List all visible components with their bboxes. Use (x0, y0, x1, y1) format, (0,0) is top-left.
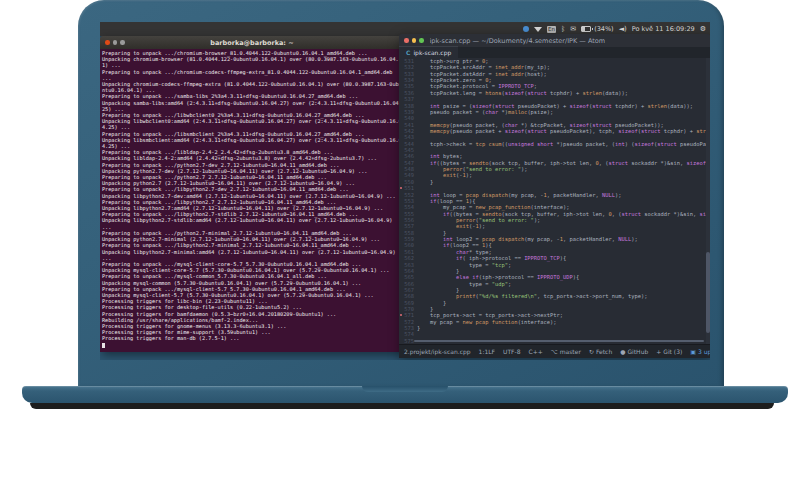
terminal-line: Unpacking libpython2.7-minimal:amd64 (2.… (102, 249, 403, 261)
file-path[interactable]: 2.projekt/ipk-scan.cpp (404, 348, 471, 355)
clock[interactable]: Po kvě 11 16:09:29 (632, 25, 695, 33)
terminal-prompt-line (102, 342, 403, 348)
cpp-file-icon: C (406, 49, 410, 56)
status-bar-left: 2.projekt/ipk-scan.cpp1:1 (404, 348, 488, 355)
error-marker-icon (400, 314, 402, 316)
terminal-line: Unpacking samba-libs:amd64 (2:4.3.11+dfs… (102, 100, 403, 112)
vertical-scrollbar-thumb[interactable] (706, 252, 710, 332)
wifi-icon[interactable] (534, 27, 542, 32)
keyboard-layout[interactable]: En (547, 26, 556, 33)
terminal-line: Unpacking libpython2.7-stdlib:amd64 (2.7… (102, 217, 403, 229)
laptop-lid-notch (362, 386, 448, 392)
status-bar-right: LFUTF-8C++⌥master↻Fetch●GitHub+Git (3)▣3… (488, 348, 710, 355)
file-path-label: 2.projekt/ipk-scan.cpp (404, 348, 471, 355)
git-fetch-label: Fetch (596, 348, 612, 355)
cursor-position[interactable]: 1:1 (479, 348, 489, 355)
terminal-line: Unpacking chromium-browser (81.0.4044.12… (102, 56, 403, 68)
terminal-line: Unpacking libsmbclient:amd64 (2:4.3.11+d… (102, 137, 403, 149)
terminal-body[interactable]: Preparing to unpack .../chromium-browser… (100, 49, 404, 352)
maximize-icon[interactable] (419, 38, 424, 43)
encoding-label: UTF-8 (503, 348, 521, 355)
battery-indicator[interactable]: (34%) (581, 25, 614, 33)
desktop: Enᛒ✉(34%)◄)Po kvě 11 16:09:29⚙ barborka@… (100, 22, 710, 360)
terminal-cursor (102, 343, 105, 348)
github[interactable]: ●GitHub (620, 348, 648, 355)
terminal-window: barborka@barborka: ~ Preparing to unpack… (100, 36, 404, 352)
terminal-line: Unpacking libwbclient0:amd64 (2:4.3.11+d… (102, 118, 403, 130)
minimize-icon[interactable] (412, 38, 417, 43)
atom-window: ipk-scan.cpp — ~/Dokumenty/4.semester/IP… (399, 34, 710, 358)
grammar[interactable]: C++ (529, 348, 543, 355)
terminal-line: Unpacking libldap-2.4-2:amd64 (2.4.42+df… (102, 155, 403, 161)
atom-window-controls (404, 38, 424, 43)
updates-label: 3 updates (698, 348, 710, 355)
git-branch-label: master (560, 348, 581, 355)
code-editor[interactable]: 531 tcph->urg_ptr = 0;532 tcpPacket.srcA… (399, 58, 710, 344)
laptop-base (22, 386, 788, 403)
terminal-line: Preparing to unpack .../libpython2.7-min… (102, 242, 403, 248)
tab-label: ipk-scan.cpp (413, 49, 451, 56)
battery-fill (582, 27, 585, 31)
atom-window-title: ipk-scan.cpp — ~/Dokumenty/4.semester/IP… (430, 37, 606, 45)
app-indicator-icon[interactable] (523, 26, 529, 32)
tab-ipk-scan[interactable]: C ipk-scan.cpp (399, 46, 458, 58)
cursor-position-label: 1:1 (479, 348, 489, 355)
terminal-line: Unpacking mysql-common (5.7.30-0ubuntu0.… (102, 280, 403, 286)
terminal-titlebar[interactable]: barborka@barborka: ~ (100, 36, 404, 49)
github-label: GitHub (627, 348, 648, 355)
line-ending-label: LF (488, 348, 495, 355)
laptop-mockup: Enᛒ✉(34%)◄)Po kvě 11 16:09:29⚙ barborka@… (0, 0, 800, 477)
grammar-label: C++ (529, 348, 543, 355)
terminal-line: Unpacking chromium-codecs-ffmpeg-extra (… (102, 81, 403, 93)
vertical-scrollbar[interactable] (706, 58, 710, 344)
updates[interactable]: ▣3 updates (690, 348, 710, 355)
battery-icon (581, 26, 591, 32)
git-changes[interactable]: +Git (3) (656, 348, 682, 355)
diff-icon: + (656, 348, 661, 355)
terminal-line: Preparing to unpack .../samba-libs_2%3a4… (102, 93, 403, 99)
package-icon: ▣ (690, 348, 696, 355)
terminal-line: Preparing to unpack .../chromium-codecs-… (102, 69, 403, 81)
sync-icon: ↻ (589, 348, 594, 355)
git-branch[interactable]: ⌥master (551, 348, 581, 355)
git-changes-label: Git (3) (663, 348, 682, 355)
laptop-underside (30, 403, 774, 409)
branch-icon: ⌥ (551, 348, 558, 355)
line-ending[interactable]: LF (488, 348, 495, 355)
error-marker-icon (400, 187, 402, 189)
terminal-line: Preparing to unpack .../libsmbclient_2%3… (102, 131, 403, 137)
tab-bar: C ipk-scan.cpp (399, 47, 710, 58)
terminal-title: barborka@barborka: ~ (100, 39, 404, 47)
git-fetch[interactable]: ↻Fetch (589, 348, 612, 355)
close-icon[interactable] (404, 38, 409, 43)
horizontal-scrollbar[interactable] (414, 340, 704, 342)
status-bar: 2.projekt/ipk-scan.cpp1:1 LFUTF-8C++⌥mas… (399, 344, 710, 358)
github-icon: ● (620, 348, 625, 355)
terminal-line: Unpacking libpython2.7-dev:amd64 (2.7.12… (102, 193, 403, 199)
battery-nub (592, 28, 593, 30)
battery-label: (34%) (594, 25, 614, 33)
code-lines: 531 tcph->urg_ptr = 0;532 tcpPacket.srcA… (399, 58, 710, 344)
encoding[interactable]: UTF-8 (503, 348, 521, 355)
